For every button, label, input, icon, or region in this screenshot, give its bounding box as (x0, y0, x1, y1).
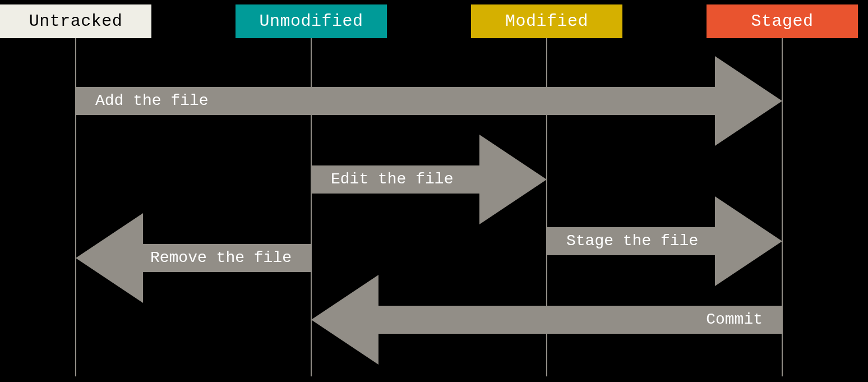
state-untracked: Untracked (0, 4, 151, 38)
state-modified: Modified (471, 4, 622, 38)
arrow-remove-label: Remove the file (150, 249, 292, 266)
arrow-stage-label: Stage the file (566, 232, 698, 250)
arrow-remove: Remove the file (73, 208, 314, 309)
arrow-add-label: Add the file (95, 92, 209, 109)
arrow-edit: Edit the file (308, 129, 550, 230)
state-staged: Staged (707, 4, 858, 38)
arrow-commit-label: Commit (706, 311, 763, 328)
arrow-commit: Commit (308, 269, 785, 370)
state-unmodified: Unmodified (236, 4, 387, 38)
arrow-edit-label: Edit the file (331, 171, 453, 188)
